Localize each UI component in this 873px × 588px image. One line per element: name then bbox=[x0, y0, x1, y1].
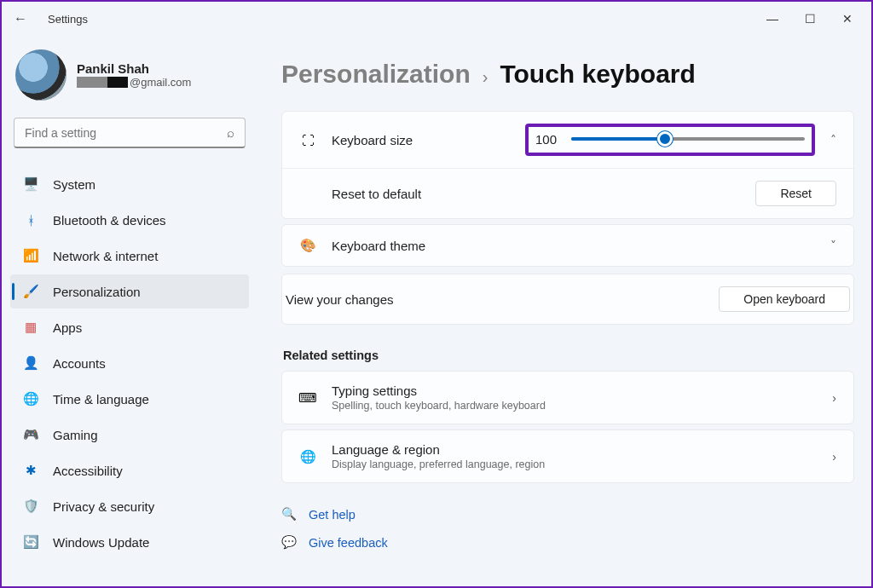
sidebar-item-label: Time & language bbox=[53, 392, 149, 406]
content: Personalization › Touch keyboard ⛶ Keybo… bbox=[257, 36, 871, 586]
keyboard-size-slider[interactable] bbox=[571, 130, 805, 147]
help-icon: 🔍 bbox=[281, 507, 297, 522]
apps-icon: ▦ bbox=[22, 319, 39, 336]
keyboard-size-card: ⛶ Keyboard size 100 ˄ Reset to default bbox=[281, 111, 854, 219]
sidebar-item-gaming[interactable]: 🎮Gaming bbox=[10, 418, 249, 452]
maximize-button[interactable]: ☐ bbox=[801, 12, 818, 26]
time-icon: 🌐 bbox=[22, 390, 39, 407]
nav-list: 🖥️SystemᚼBluetooth & devices📶Network & i… bbox=[10, 167, 249, 559]
give-feedback-link[interactable]: 💬 Give feedback bbox=[281, 528, 854, 556]
search-box[interactable]: ⌕ bbox=[14, 118, 246, 148]
redacted-text bbox=[77, 77, 128, 88]
keyboard-theme-card[interactable]: 🎨 Keyboard theme ˅ bbox=[281, 224, 854, 267]
sidebar-item-label: Privacy & security bbox=[53, 499, 154, 514]
keyboard-theme-label: Keyboard theme bbox=[332, 239, 425, 253]
update-icon: 🔄 bbox=[22, 533, 39, 551]
profile-name: Pankil Shah bbox=[77, 61, 191, 76]
keyboard-size-value: 100 bbox=[535, 132, 561, 147]
titlebar: ← Settings — ☐ ✕ bbox=[2, 2, 871, 36]
privacy-icon: 🛡️ bbox=[22, 498, 39, 515]
sidebar-item-label: Network & internet bbox=[53, 249, 158, 263]
keyboard-size-label: Keyboard size bbox=[332, 133, 413, 147]
sidebar-item-label: Personalization bbox=[53, 285, 141, 299]
sidebar-item-system[interactable]: 🖥️System bbox=[10, 167, 249, 201]
sidebar: Pankil Shah @gmail.com ⌕ 🖥️SystemᚼBlueto… bbox=[2, 36, 257, 586]
close-button[interactable]: ✕ bbox=[839, 12, 856, 26]
get-help-link[interactable]: 🔍 Get help bbox=[281, 500, 854, 528]
open-keyboard-button[interactable]: Open keyboard bbox=[719, 286, 850, 312]
chevron-right-icon: › bbox=[832, 391, 836, 405]
lang-sub: Display language, preferred language, re… bbox=[332, 458, 545, 470]
chevron-down-icon[interactable]: ˅ bbox=[830, 239, 836, 252]
breadcrumb-current: Touch keyboard bbox=[500, 60, 695, 89]
typing-sub: Spelling, touch keyboard, hardware keybo… bbox=[332, 400, 546, 412]
chevron-right-icon: › bbox=[483, 67, 489, 87]
sidebar-item-label: Windows Update bbox=[53, 535, 149, 550]
chevron-right-icon: › bbox=[832, 450, 836, 464]
keyboard-icon: ⌨ bbox=[299, 389, 316, 406]
preview-card: View your changes Open keyboard bbox=[281, 274, 854, 325]
search-icon: ⌕ bbox=[227, 125, 234, 140]
sidebar-item-accessibility[interactable]: ✱Accessibility bbox=[10, 453, 249, 487]
personalization-icon: 🖌️ bbox=[22, 283, 39, 300]
keyboard-size-icon: ⛶ bbox=[299, 131, 316, 148]
typing-title: Typing settings bbox=[332, 383, 546, 398]
lang-title: Language & region bbox=[332, 442, 545, 457]
sidebar-item-label: System bbox=[53, 177, 95, 192]
gaming-icon: 🎮 bbox=[22, 426, 39, 443]
chevron-up-icon[interactable]: ˄ bbox=[830, 133, 836, 147]
sidebar-item-label: Bluetooth & devices bbox=[53, 213, 166, 228]
typing-settings-card[interactable]: ⌨ Typing settings Spelling, touch keyboa… bbox=[281, 371, 854, 424]
sidebar-item-personalization[interactable]: 🖌️Personalization bbox=[10, 274, 249, 308]
profile-email: @gmail.com bbox=[77, 76, 191, 89]
sidebar-item-network[interactable]: 📶Network & internet bbox=[10, 239, 249, 273]
sidebar-item-apps[interactable]: ▦Apps bbox=[10, 310, 249, 344]
system-icon: 🖥️ bbox=[22, 176, 39, 193]
sidebar-item-label: Apps bbox=[53, 320, 82, 335]
related-title: Related settings bbox=[283, 349, 854, 362]
sidebar-item-label: Accounts bbox=[53, 356, 106, 371]
search-input[interactable] bbox=[25, 126, 227, 140]
back-button[interactable]: ← bbox=[10, 11, 31, 26]
minimize-button[interactable]: — bbox=[764, 12, 781, 26]
sidebar-item-update[interactable]: 🔄Windows Update bbox=[10, 525, 249, 559]
accessibility-icon: ✱ bbox=[22, 462, 39, 479]
profile[interactable]: Pankil Shah @gmail.com bbox=[10, 43, 249, 114]
breadcrumb-parent[interactable]: Personalization bbox=[281, 60, 471, 89]
sidebar-item-label: Accessibility bbox=[53, 464, 123, 478]
accounts-icon: 👤 bbox=[22, 355, 39, 372]
sidebar-item-accounts[interactable]: 👤Accounts bbox=[10, 346, 249, 380]
language-region-card[interactable]: 🌐 Language & region Display language, pr… bbox=[281, 429, 854, 483]
breadcrumb: Personalization › Touch keyboard bbox=[281, 60, 854, 89]
reset-label: Reset to default bbox=[332, 187, 421, 201]
avatar bbox=[15, 49, 66, 101]
reset-button[interactable]: Reset bbox=[755, 181, 836, 206]
sidebar-item-label: Gaming bbox=[53, 428, 98, 442]
keyboard-size-highlight: 100 bbox=[525, 124, 815, 156]
globe-icon: 🌐 bbox=[299, 448, 316, 465]
sidebar-item-bluetooth[interactable]: ᚼBluetooth & devices bbox=[10, 203, 249, 237]
network-icon: 📶 bbox=[22, 247, 39, 264]
palette-icon: 🎨 bbox=[299, 237, 316, 254]
bluetooth-icon: ᚼ bbox=[22, 211, 39, 228]
app-title: Settings bbox=[48, 13, 88, 26]
feedback-icon: 💬 bbox=[281, 535, 297, 550]
preview-label: View your changes bbox=[286, 292, 393, 307]
sidebar-item-time[interactable]: 🌐Time & language bbox=[10, 382, 249, 416]
sidebar-item-privacy[interactable]: 🛡️Privacy & security bbox=[10, 489, 249, 523]
